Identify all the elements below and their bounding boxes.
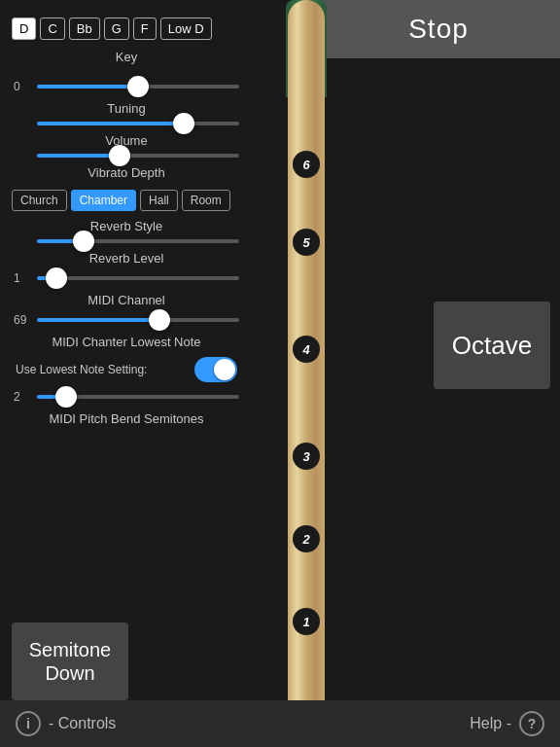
- key-btn-low-d[interactable]: Low D: [160, 18, 212, 40]
- toggle-knob: [214, 359, 235, 380]
- key-btn-c[interactable]: C: [40, 18, 64, 40]
- volume-row: [12, 122, 241, 125]
- help-label: Help -: [470, 715, 511, 732]
- semitone-down-button[interactable]: SemitoneDown: [12, 622, 128, 700]
- hole-2[interactable]: 2: [293, 525, 320, 552]
- key-btn-f[interactable]: F: [133, 18, 157, 40]
- reverb-btn-hall[interactable]: Hall: [140, 190, 178, 211]
- volume-slider[interactable]: [37, 122, 239, 125]
- stop-label: Stop: [408, 14, 469, 45]
- hole-6[interactable]: 6: [293, 151, 320, 178]
- midi-chanter-row: 69: [12, 313, 241, 327]
- reverb-btn-church[interactable]: Church: [12, 190, 67, 211]
- reverb-btn-room[interactable]: Room: [182, 190, 230, 211]
- vibrato-row: [12, 154, 241, 158]
- tuning-value: 0: [14, 80, 31, 93]
- midi-channel-value: 1: [14, 271, 31, 285]
- octave-label: Octave: [452, 331, 532, 361]
- key-btn-g[interactable]: G: [104, 18, 129, 40]
- vibrato-slider[interactable]: [37, 154, 239, 158]
- flute-instrument: 654321: [253, 0, 360, 747]
- hole-3[interactable]: 3: [293, 443, 320, 470]
- use-lowest-row: Use Lowest Note Setting:: [12, 355, 241, 384]
- help-nav: Help - ?: [470, 711, 544, 736]
- tuning-row: 0: [12, 80, 241, 93]
- reverb-btn-chamber[interactable]: Chamber: [71, 190, 136, 211]
- vibrato-label: Vibrato Depth: [12, 165, 241, 180]
- reverb-style-selector: ChurchChamberHallRoom: [12, 190, 241, 211]
- help-icon[interactable]: ?: [519, 711, 544, 736]
- midi-chanter-label: MIDI Chanter Lowest Note: [12, 335, 241, 349]
- hole-1[interactable]: 1: [293, 608, 320, 635]
- controls-nav: i - Controls: [16, 711, 116, 736]
- midi-pitch-value: 2: [14, 390, 31, 404]
- midi-pitch-row: 2: [12, 390, 241, 404]
- use-lowest-toggle[interactable]: [194, 357, 237, 382]
- info-icon[interactable]: i: [16, 711, 41, 736]
- midi-pitch-label: MIDI Pitch Bend Semitones: [12, 411, 241, 426]
- tuning-slider[interactable]: [37, 85, 239, 89]
- controls-panel: DCBbGFLow D Key 0 Tuning Volume Vibrato …: [0, 0, 253, 700]
- reverb-level-row: [12, 239, 241, 243]
- use-lowest-label: Use Lowest Note Setting:: [16, 363, 147, 376]
- hole-4[interactable]: 4: [293, 336, 320, 363]
- hole-5[interactable]: 5: [293, 229, 320, 256]
- midi-chanter-value: 69: [14, 313, 31, 327]
- bottom-bar: i - Controls Help - ?: [0, 700, 560, 747]
- midi-channel-row: 1: [12, 271, 241, 285]
- controls-label: - Controls: [49, 715, 116, 732]
- key-btn-bb[interactable]: Bb: [69, 18, 100, 40]
- octave-button[interactable]: Octave: [434, 302, 550, 389]
- midi-chanter-slider[interactable]: [37, 318, 239, 322]
- reverb-level-slider[interactable]: [37, 239, 239, 243]
- midi-channel-label: MIDI Channel: [12, 293, 241, 307]
- midi-channel-slider[interactable]: [37, 276, 239, 280]
- semitone-label: SemitoneDown: [29, 638, 112, 685]
- key-selector: DCBbGFLow D: [12, 18, 241, 40]
- key-label: Key: [12, 50, 241, 64]
- key-btn-d[interactable]: D: [12, 18, 36, 40]
- reverb-level-label: Reverb Level: [12, 251, 241, 266]
- midi-pitch-slider[interactable]: [37, 395, 239, 399]
